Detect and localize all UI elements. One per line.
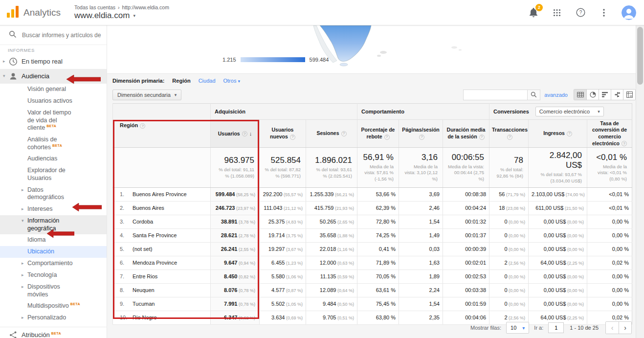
sidebar-item-información-geográfica[interactable]: ▾Información geográfica [0,215,107,234]
region-link[interactable]: Mendoza Province [133,260,177,266]
region-link[interactable]: Rio Negro [133,315,157,320]
table-row-entre-rios[interactable]: 7.Entre Rios8.450 (0,82 %)5.580 (1,06 %)… [113,270,632,283]
goto-page-input[interactable] [548,322,564,333]
help-icon[interactable]: ? [622,141,627,146]
sidebar-item-análisis-de-cohortes[interactable]: Análisis de cohortesBETA [0,134,107,153]
dimension-city-tab[interactable]: Ciudad [199,78,216,84]
geo-map[interactable]: 1.215 599.484 [107,25,636,73]
column-header-sesiones[interactable]: Sesiones? [306,120,357,148]
performance-view-icon[interactable] [599,90,611,100]
chevron-down-icon[interactable]: ▾ [3,73,9,79]
sidebar-item-audiencia[interactable]: ▾Audiencia [0,69,107,84]
help-icon[interactable]: ? [479,135,485,140]
chevron-right-icon[interactable]: ▸ [22,260,27,266]
dimension-other-dropdown[interactable]: Otros ▾ [223,78,241,84]
table-row-mendoza-province[interactable]: 6.Mendoza Province9.647 (0,94 %)6.455 (1… [113,256,632,270]
table-row-neuquen[interactable]: 8.Neuquen8.076 (0,78 %)4.577 (0,87 %)12.… [113,283,632,297]
region-link[interactable]: Cordoba [133,219,153,225]
account-avatar[interactable] [622,5,636,20]
sidebar-item-en-tiempo-real[interactable]: ▸En tiempo real [0,54,107,69]
region-link[interactable]: Entre Rios [133,273,157,279]
sidebar-item-tecnología[interactable]: ▸Tecnología [0,270,107,281]
sidebar-search[interactable] [0,25,107,45]
column-header-tasa-de-conversión-de-comercio-electrónico[interactable]: Tasa de conversión de comercio electróni… [587,120,632,148]
vertical-scrollbar[interactable] [636,25,644,338]
secondary-dimension-button[interactable]: Dimensión secundaria ▾ [112,90,181,100]
chevron-right-icon[interactable]: ▸ [22,205,27,212]
table-row-buenos-aires-province[interactable]: 1.Buenos Aires Province599.484 (58,25 %)… [113,187,632,201]
sidebar-item-personalizado[interactable]: ▸Personalizado [0,312,107,324]
column-header-usuarios-nuevos[interactable]: Usuarios nuevos? [260,120,306,148]
table-row-tucuman[interactable]: 9.Tucuman7.991 (0,78 %)5.502 (1,05 %)9.4… [113,297,632,311]
help-icon[interactable]: ? [242,131,247,136]
sidebar-item-idioma[interactable]: Idioma [0,234,107,246]
previous-page-button[interactable]: ‹ [606,322,619,334]
sidebar-item-audiencias[interactable]: Audiencias [0,153,107,165]
property-selector[interactable]: www.eldia.com ▾ [74,11,169,21]
column-header-region[interactable]: Región? [113,104,211,148]
percentage-view-icon[interactable] [586,90,599,100]
region-link[interactable]: Buenos Aires Province [133,191,187,197]
chevron-right-icon[interactable]: ▸ [22,186,27,193]
conversions-type-select[interactable]: Comercio electrónico ▾ [535,107,604,116]
column-header-páginas-sesión[interactable]: Páginas/sesión? [399,120,443,148]
breadcrumb-path[interactable]: http://www.eldia.com [122,4,169,10]
search-input[interactable] [22,32,103,39]
column-header-ingresos[interactable]: Ingresos? [529,120,587,148]
next-page-button[interactable]: › [619,322,631,334]
sidebar-item-visión-general[interactable]: Visión general [0,84,107,95]
region-link[interactable]: Neuquen [133,287,155,293]
metric-cell: 00:01:32 [443,215,489,228]
table-search-button[interactable] [528,90,540,100]
help-icon[interactable]: ? [290,135,295,140]
column-header-usuarios[interactable]: Usuarios?↓ [211,120,260,148]
notifications-button[interactable]: 2 [528,7,539,19]
table-row-santa-fe-province[interactable]: 4.Santa Fe Province28.621 (2,78 %)19.714… [113,228,632,242]
table-view-icon[interactable] [574,90,586,100]
breadcrumb-accounts[interactable]: Todas las cuentas [74,4,115,10]
comparison-view-icon[interactable] [611,90,623,100]
region-link[interactable]: Tucuman [133,301,155,307]
sidebar-item-intereses[interactable]: ▸Intereses [0,203,107,215]
chevron-right-icon[interactable]: ▸ [22,283,27,290]
analytics-logo[interactable]: Analytics [0,6,61,20]
table-row-cordoba[interactable]: 3.Cordoba38.891 (3,78 %)25.375 (4,83 %)5… [113,215,632,228]
help-button[interactable]: ? [575,7,586,19]
help-icon[interactable]: ? [567,131,572,136]
table-search-input[interactable] [463,90,528,100]
sidebar-item-atribución[interactable]: AtribuciónBETA [0,327,107,338]
help-icon[interactable]: ? [341,131,347,136]
help-icon[interactable]: ? [140,123,145,129]
sidebar-item-ubicación[interactable]: Ubicación [0,246,107,258]
column-header-porcentaje-de-rebote[interactable]: Porcentaje de rebote? [357,120,399,148]
sidebar-item-multidispositivo[interactable]: MultidispositivoBETA [0,300,107,312]
chevron-right-icon[interactable]: ▸ [22,271,27,278]
pivot-view-icon[interactable] [623,90,635,100]
help-icon[interactable]: ? [507,135,512,140]
advanced-search-link[interactable]: avanzado [544,92,568,98]
column-header-duración-media-de-la-sesión[interactable]: Duración media de la sesión? [443,120,489,148]
sidebar-item-valor-del-tiempo-de-vida-del-cliente[interactable]: Valor del tiempo de vida del clienteBETA [0,107,107,134]
table-row-not-set[interactable]: 5.(not set)26.241 (2,55 %)19.297 (3,67 %… [113,242,632,256]
row-rank: 8. [120,287,133,293]
dimension-region-tab[interactable]: Región [172,78,190,84]
apps-grid-button[interactable] [551,7,563,19]
region-link[interactable]: Buenos Aires [133,205,164,211]
sidebar-item-comportamiento[interactable]: ▸Comportamiento [0,258,107,270]
help-icon[interactable]: ? [419,135,424,140]
chevron-down-icon[interactable]: ▾ [22,217,27,224]
help-icon[interactable]: ? [384,135,390,140]
rows-per-page-select[interactable]: 10 ▾ [506,322,529,334]
region-link[interactable]: Santa Fe Province [133,232,177,238]
sidebar-item-explorador-de-usuarios[interactable]: Explorador de Usuarios [0,165,107,184]
sidebar-item-dispositivos-móviles[interactable]: ▸Dispositivos móviles [0,281,107,300]
chevron-right-icon[interactable]: ▸ [3,59,9,64]
scrollbar-thumb[interactable] [637,27,643,85]
more-options-button[interactable] [598,7,610,19]
region-link[interactable]: (not set) [133,246,152,252]
chevron-right-icon[interactable]: ▸ [22,314,27,320]
column-header-transacciones[interactable]: Transacciones? [489,120,529,148]
sidebar-item-usuarios-activos[interactable]: Usuarios activos [0,95,107,107]
sidebar-item-datos-demográficos[interactable]: ▸Datos demográficos [0,184,107,203]
table-row-buenos-aires[interactable]: 2.Buenos Aires246.723 (23,97 %)111.043 (… [113,201,632,215]
